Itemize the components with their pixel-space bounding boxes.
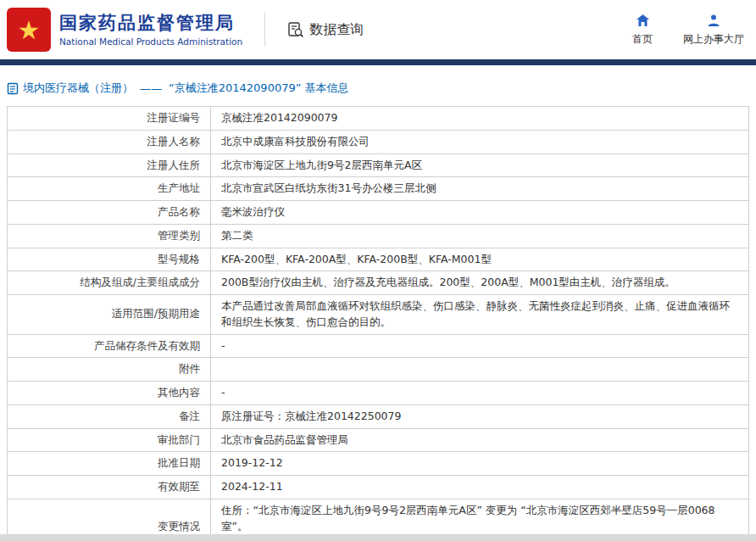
row-value: 北京市宣武区白纸坊东街31号办公楼三层北侧 [211, 177, 748, 200]
site-title: 国家药品监督管理局 [59, 13, 242, 34]
table-row: 备注原注册证号：京械注准20142250079 [8, 405, 748, 429]
site-subtitle: National Medical Products Administration [59, 36, 242, 47]
row-value: - [211, 335, 748, 358]
table-row: 审批部门北京市食品药品监督管理局 [8, 429, 748, 453]
table-row: 批准日期2019-12-12 [8, 452, 748, 476]
row-label: 适用范围/预期用途 [8, 295, 211, 334]
nav-service-hall-label: 网上办事大厅 [683, 32, 744, 47]
top-navy-bar [0, 59, 756, 65]
row-label: 注册人住所 [8, 154, 211, 177]
table-row: 管理类别第二类 [8, 225, 748, 248]
national-emblem-logo: ★ [7, 8, 51, 52]
row-value: 2019-12-12 [211, 452, 748, 475]
row-value: 第二类 [211, 225, 748, 248]
row-label: 有效期至 [8, 476, 211, 499]
row-label: 注册人名称 [8, 131, 211, 153]
table-row: 注册人住所北京市海淀区上地九街9号2层西南单元A区 [8, 154, 748, 178]
table-row: 适用范围/预期用途本产品通过改善局部血液循环对软组织感染、伤口感染、静脉炎、无菌… [8, 295, 748, 335]
row-value: - [211, 382, 748, 404]
table-row: 附件 [8, 358, 748, 382]
row-value: 毫米波治疗仪 [211, 201, 748, 224]
row-value: 京械注准20142090079 [211, 107, 748, 130]
data-query-section[interactable]: 数据查询 [287, 21, 364, 39]
row-value: 北京市海淀区上地九街9号2层西南单元A区 [211, 154, 748, 177]
document-icon [7, 82, 19, 95]
table-row: 产品名称毫米波治疗仪 [8, 201, 748, 225]
page-header: ★ 国家药品监督管理局 National Medical Products Ad… [0, 0, 756, 59]
footer-strip [0, 534, 756, 541]
data-query-label: 数据查询 [309, 21, 364, 39]
breadcrumb: 境内医疗器械（注册） —— “京械注准20142090079” 基本信息 [0, 65, 756, 104]
row-label: 产品储存条件及有效期 [8, 335, 211, 358]
nav-home-label: 首页 [632, 32, 653, 47]
table-row: 其他内容- [8, 382, 748, 405]
row-label: 管理类别 [8, 225, 211, 248]
brand-block: 国家药品监督管理局 National Medical Products Admi… [59, 13, 242, 47]
row-label: 审批部门 [8, 429, 211, 452]
row-label: 结构及组成/主要组成成分 [8, 271, 211, 294]
table-row: 结构及组成/主要组成成分200B型治疗仪由主机、治疗器及充电器组成。200型、2… [8, 271, 748, 295]
breadcrumb-category[interactable]: 境内医疗器械（注册） [23, 81, 133, 96]
home-icon [636, 14, 650, 29]
breadcrumb-current: “京械注准20142090079” 基本信息 [169, 81, 349, 96]
row-value: 200B型治疗仪由主机、治疗器及充电器组成。200型、200A型、M001型由主… [211, 271, 748, 294]
nav-home[interactable]: 首页 [632, 14, 653, 47]
nav-service-hall[interactable]: 网上办事大厅 [683, 14, 744, 47]
table-row: 产品储存条件及有效期- [8, 335, 748, 359]
row-label: 产品名称 [8, 201, 211, 224]
row-label: 注册证编号 [8, 107, 211, 130]
row-label: 备注 [8, 405, 211, 428]
breadcrumb-separator: —— [140, 82, 162, 95]
info-table: 注册证编号京械注准20142090079注册人名称北京中成康富科技股份有限公司注… [7, 106, 749, 541]
row-value: 2024-12-11 [211, 476, 748, 499]
row-label: 型号规格 [8, 248, 211, 271]
user-icon [707, 14, 720, 29]
table-row: 有效期至2024-12-11 [8, 476, 748, 499]
row-value: 原注册证号：京械注准20142250079 [211, 405, 748, 428]
row-label: 其他内容 [8, 382, 211, 404]
header-divider [264, 13, 265, 47]
table-row: 注册人名称北京中成康富科技股份有限公司 [8, 131, 748, 154]
row-value: 北京中成康富科技股份有限公司 [211, 131, 748, 153]
row-value: KFA-200型、KFA-200A型、KFA-200B型、KFA-M001型 [211, 248, 748, 271]
data-query-icon [287, 21, 304, 38]
row-label: 批准日期 [8, 452, 211, 475]
table-row: 型号规格KFA-200型、KFA-200A型、KFA-200B型、KFA-M00… [8, 248, 748, 272]
row-value: 北京市食品药品监督管理局 [211, 429, 748, 452]
row-value [211, 358, 748, 381]
row-label: 附件 [8, 358, 211, 381]
row-label: 生产地址 [8, 177, 211, 200]
table-row: 生产地址北京市宣武区白纸坊东街31号办公楼三层北侧 [8, 177, 748, 201]
table-row: 注册证编号京械注准20142090079 [8, 107, 748, 131]
row-value: 本产品通过改善局部血液循环对软组织感染、伤口感染、静脉炎、无菌性炎症起到消炎、止… [211, 295, 748, 334]
